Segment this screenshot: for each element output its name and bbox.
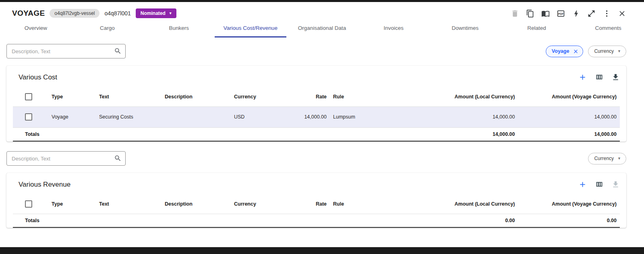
vessel-chip: o4q87l2vgb-vessel	[50, 9, 99, 18]
voyage-filter-chip[interactable]: Voyage	[546, 46, 584, 57]
totals-amount-voyage: 14,000.00	[518, 127, 620, 141]
various-cost-header: Various Cost	[13, 70, 620, 87]
status-badge-dropdown[interactable]: Nominated ▼	[136, 8, 176, 18]
search-icon[interactable]	[114, 154, 122, 162]
column-header-amount-local: Amount (Local Currency)	[416, 194, 518, 214]
chevron-down-icon: ▼	[617, 156, 621, 160]
tab-label: Comments	[595, 25, 621, 31]
tab-downtimes[interactable]: Downtimes	[429, 21, 501, 37]
cell-rule: Lumpsum	[330, 106, 416, 127]
table-header-row: Type Text Description Currency Rate Rule…	[13, 87, 620, 106]
cost-currency-dropdown[interactable]: Currency ▼	[588, 46, 626, 57]
column-header-rate: Rate	[278, 87, 330, 106]
totals-label: Totals	[13, 127, 416, 141]
tab-comments[interactable]: Comments	[572, 21, 644, 37]
row-checkbox[interactable]	[25, 113, 32, 121]
delete-icon[interactable]	[511, 9, 519, 18]
tab-organisational-data[interactable]: Organisational Data	[286, 21, 358, 37]
header: VOYAGE o4q87l2vgb-vessel o4q87l001 Nomin…	[0, 2, 644, 20]
cell-description	[162, 106, 231, 127]
tab-overview[interactable]: Overview	[0, 21, 72, 37]
copy-icon[interactable]	[526, 9, 534, 18]
revenue-filter-row: Currency ▼	[6, 151, 626, 166]
totals-amount-local: 14,000.00	[416, 127, 518, 141]
status-badge-label: Nominated	[141, 10, 166, 16]
expand-icon[interactable]	[587, 9, 596, 18]
column-header-currency: Currency	[231, 87, 278, 106]
cell-rate: 14,000.00	[278, 106, 330, 127]
tab-related[interactable]: Related	[501, 21, 573, 37]
cost-search-input[interactable]	[6, 44, 126, 58]
tab-various-cost-revenue[interactable]: Various Cost/Revenue	[215, 21, 286, 37]
various-cost-table: Type Text Description Currency Rate Rule…	[13, 87, 620, 142]
column-header-rule: Rule	[330, 87, 416, 106]
revenue-search-input[interactable]	[6, 151, 126, 166]
section-title: Various Cost	[19, 73, 57, 81]
close-icon[interactable]	[573, 48, 579, 54]
tab-label: Related	[527, 25, 546, 31]
title-group: VOYAGE o4q87l2vgb-vessel o4q87l001 Nomin…	[12, 8, 176, 18]
chevron-down-icon: ▼	[617, 49, 621, 53]
download-icon[interactable]	[611, 73, 620, 81]
column-header-rule: Rule	[330, 194, 416, 214]
add-icon[interactable]	[578, 73, 587, 81]
various-revenue-table: Type Text Description Currency Rate Rule…	[13, 194, 620, 228]
header-actions: PDF	[511, 9, 626, 18]
cell-amount-voyage: 14,000.00	[518, 106, 620, 127]
select-all-checkbox[interactable]	[25, 200, 32, 208]
voyage-window: VOYAGE o4q87l2vgb-vessel o4q87l001 Nomin…	[0, 2, 644, 247]
tab-bunkers[interactable]: Bunkers	[143, 21, 215, 37]
various-cost-actions	[578, 73, 620, 81]
column-header-description: Description	[162, 194, 231, 214]
section-title: Various Revenue	[19, 181, 70, 189]
cost-filter-row: Voyage Currency ▼	[6, 44, 626, 58]
tab-bar: Overview Cargo Bunkers Various Cost/Reve…	[0, 21, 644, 37]
tab-cargo[interactable]: Cargo	[72, 21, 143, 37]
cell-type: Voyage	[48, 106, 96, 127]
cell-text: Securing Costs	[96, 106, 162, 127]
totals-amount-voyage: 0.00	[518, 214, 620, 227]
tab-label: Downtimes	[451, 25, 478, 31]
select-all-checkbox[interactable]	[25, 93, 32, 100]
table-header-row: Type Text Description Currency Rate Rule…	[13, 194, 620, 214]
svg-text:PDF: PDF	[558, 12, 563, 15]
book-icon[interactable]	[541, 9, 550, 18]
various-revenue-actions	[578, 180, 620, 189]
columns-icon[interactable]	[595, 180, 603, 189]
column-header-amount-voyage: Amount (Voyage Currency)	[518, 87, 620, 106]
voyage-number: o4q87l001	[104, 10, 130, 17]
cell-amount-local: 14,000.00	[416, 106, 518, 127]
totals-label: Totals	[13, 214, 416, 227]
column-header-currency: Currency	[231, 194, 278, 214]
tab-label: Various Cost/Revenue	[224, 25, 277, 31]
close-icon[interactable]	[618, 9, 626, 18]
more-vert-icon[interactable]	[603, 9, 611, 18]
table-row[interactable]: Voyage Securing Costs USD 14,000.00 Lump…	[13, 106, 620, 127]
currency-dropdown-label: Currency	[594, 48, 614, 54]
revenue-currency-dropdown[interactable]: Currency ▼	[588, 153, 626, 164]
download-icon[interactable]	[611, 180, 620, 189]
cost-search-box	[6, 44, 126, 58]
various-cost-card: Various Cost	[6, 66, 626, 142]
tab-label: Invoices	[383, 25, 404, 31]
column-header-amount-voyage: Amount (Voyage Currency)	[518, 194, 620, 214]
tab-label: Overview	[25, 25, 47, 31]
cell-currency: USD	[231, 106, 278, 127]
column-header-description: Description	[162, 87, 231, 106]
column-header-amount-local: Amount (Local Currency)	[416, 87, 518, 106]
totals-amount-local: 0.00	[416, 214, 518, 227]
tab-label: Organisational Data	[298, 25, 346, 31]
pdf-icon[interactable]: PDF	[557, 9, 565, 18]
revenue-search-box	[6, 151, 126, 166]
cost-filter-chips: Voyage Currency ▼	[546, 46, 626, 57]
column-header-type: Type	[48, 87, 96, 106]
tab-invoices[interactable]: Invoices	[358, 21, 429, 37]
column-header-text: Text	[96, 194, 162, 214]
column-header-rate: Rate	[278, 194, 330, 214]
search-icon[interactable]	[114, 47, 122, 55]
columns-icon[interactable]	[595, 73, 603, 81]
bolt-icon[interactable]	[572, 9, 580, 18]
column-header-type: Type	[48, 194, 96, 214]
chevron-down-icon: ▼	[169, 12, 172, 15]
add-icon[interactable]	[578, 180, 587, 189]
